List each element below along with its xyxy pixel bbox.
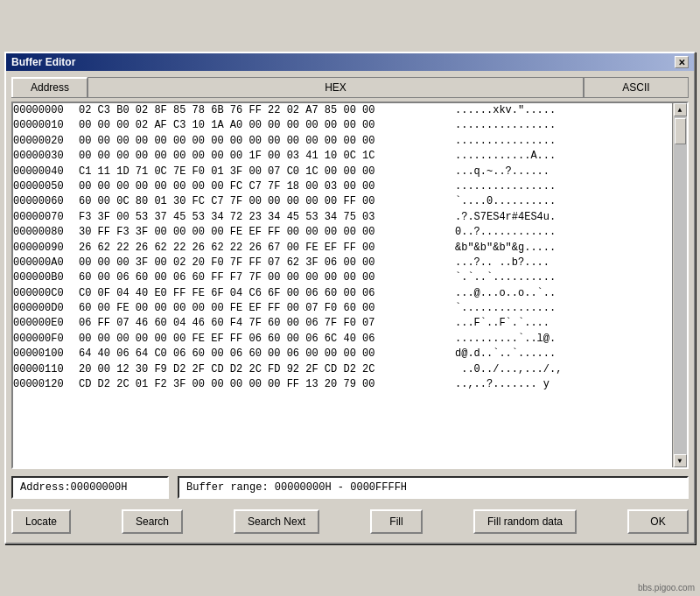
ascii-cell: `.`..`.......... xyxy=(455,270,556,285)
ascii-cell: ...F`..F`.`.... xyxy=(455,316,550,331)
table-row: 00000050 00 00 00 00 00 00 00 00 FC C7 7… xyxy=(13,179,672,194)
close-button[interactable]: ✕ xyxy=(675,56,689,68)
hex-view: 00000000 02 C3 B0 02 8F 85 78 6B 76 FF 2… xyxy=(11,102,689,469)
ascii-cell: ................ xyxy=(455,179,556,194)
title-bar: Buffer Editor ✕ xyxy=(6,53,694,71)
address-cell: 00000080 xyxy=(13,225,79,240)
scroll-thumb[interactable] xyxy=(675,118,686,144)
address-cell: 00000030 xyxy=(13,149,79,164)
ascii-cell: d@.d..`..`...... xyxy=(455,347,556,361)
tab-ascii[interactable]: ASCII xyxy=(584,77,689,97)
table-row: 000000F0 00 00 00 00 00 00 FE EF FF 06 6… xyxy=(13,332,672,347)
fill-button[interactable]: Fill xyxy=(370,509,423,534)
scroll-down-button[interactable]: ▼ xyxy=(674,454,687,467)
table-row: 000000D0 60 00 FE 00 00 00 00 00 FE EF F… xyxy=(13,301,672,316)
scroll-up-button[interactable]: ▲ xyxy=(674,103,687,116)
ascii-cell: `............... xyxy=(455,301,556,316)
ascii-cell: ..,..?....... y xyxy=(455,377,556,392)
address-cell: 000000A0 xyxy=(13,256,79,270)
table-row: 00000040 C1 11 1D 71 0C 7E F0 01 3F 00 0… xyxy=(13,165,672,179)
hex-cell: C1 11 1D 71 0C 7E F0 01 3F 00 07 C0 1C 0… xyxy=(79,165,455,179)
buffer-range-box: Buffer range: 00000000H - 0000FFFFH xyxy=(178,476,689,499)
table-row: 00000030 00 00 00 00 00 00 00 00 00 1F 0… xyxy=(13,149,672,164)
hex-cell: C0 0F 04 40 E0 FF FE 6F 04 C6 6F 00 06 6… xyxy=(79,286,455,301)
tab-address[interactable]: Address xyxy=(11,77,88,97)
fill-random-button[interactable]: Fill random data xyxy=(473,509,577,534)
address-cell: 000000B0 xyxy=(13,270,79,285)
hex-cell: 06 FF 07 46 60 04 46 60 F4 7F 60 00 06 7… xyxy=(79,316,455,331)
tab-hex[interactable]: HEX xyxy=(88,77,584,97)
address-cell: 00000110 xyxy=(13,362,79,377)
hex-cell: 00 00 00 00 00 00 00 00 00 00 00 00 00 0… xyxy=(79,134,455,149)
ascii-cell: ................ xyxy=(455,118,556,133)
locate-button[interactable]: Locate xyxy=(11,509,71,534)
ascii-cell: ...@...o..o..`.. xyxy=(455,286,556,301)
search-next-button[interactable]: Search Next xyxy=(234,509,319,534)
table-row: 000000B0 60 00 06 60 00 06 60 FF F7 7F 0… xyxy=(13,270,672,285)
table-row: 000000A0 00 00 00 3F 00 02 20 F0 7F FF 0… xyxy=(13,256,672,270)
hex-cell: 00 00 00 00 00 00 FE EF FF 06 60 00 06 6… xyxy=(79,332,455,347)
hex-cell: 00 00 00 00 00 00 00 00 FC C7 7F 18 00 0… xyxy=(79,179,455,194)
address-info-box: Address:00000000H xyxy=(11,476,169,499)
hex-cell: 60 00 06 60 00 06 60 FF F7 7F 00 00 00 0… xyxy=(79,270,455,285)
hex-cell: 00 00 00 02 AF C3 10 1A A0 00 00 00 00 0… xyxy=(79,118,455,133)
address-cell: 00000100 xyxy=(13,347,79,361)
title-bar-buttons: ✕ xyxy=(675,56,689,68)
address-cell: 00000020 xyxy=(13,134,79,149)
table-row: 00000020 00 00 00 00 00 00 00 00 00 00 0… xyxy=(13,134,672,149)
address-cell: 00000090 xyxy=(13,241,79,256)
hex-cell: 60 00 0C 80 01 30 FC C7 7F 00 00 00 00 0… xyxy=(79,194,455,209)
hex-cell: 64 40 06 64 C0 06 60 00 06 60 00 06 00 0… xyxy=(79,347,455,361)
table-row: 00000080 30 FF F3 3F 00 00 00 00 FE EF F… xyxy=(13,225,672,240)
table-row: 00000000 02 C3 B0 02 8F 85 78 6B 76 FF 2… xyxy=(13,103,672,118)
ascii-cell: ..........`..l@. xyxy=(455,332,556,347)
ascii-cell: ...q.~..?...... xyxy=(455,165,550,179)
ascii-cell: ...?.. ..b?.... xyxy=(455,256,550,270)
hex-cell: 30 FF F3 3F 00 00 00 00 FE EF FF 00 00 0… xyxy=(79,225,455,240)
scroll-track[interactable] xyxy=(674,116,687,454)
address-cell: 000000F0 xyxy=(13,332,79,347)
hex-cell: 02 C3 B0 02 8F 85 78 6B 76 FF 22 02 A7 8… xyxy=(79,103,455,118)
ascii-cell: `....0.......... xyxy=(455,194,556,209)
window-title: Buffer Editor xyxy=(11,56,75,68)
hex-cell: 00 00 00 3F 00 02 20 F0 7F FF 07 62 3F 0… xyxy=(79,256,455,270)
ascii-cell: 0..?............ xyxy=(455,225,556,240)
address-cell: 000000D0 xyxy=(13,301,79,316)
address-cell: 00000120 xyxy=(13,377,79,392)
ascii-cell: .?.S7ES4r#4ES4u. xyxy=(455,210,556,225)
address-cell: 000000E0 xyxy=(13,316,79,331)
table-row: 00000120 CD D2 2C 01 F2 3F 00 00 00 00 0… xyxy=(13,377,672,392)
table-row: 000000C0 C0 0F 04 40 E0 FF FE 6F 04 C6 6… xyxy=(13,286,672,301)
hex-cell: 60 00 FE 00 00 00 00 00 FE EF FF 00 07 F… xyxy=(79,301,455,316)
address-cell: 00000060 xyxy=(13,194,79,209)
table-row: 00000090 26 62 22 26 62 22 26 62 22 26 6… xyxy=(13,241,672,256)
tab-bar: Address HEX ASCII xyxy=(11,76,689,98)
hex-data-area: 00000000 02 C3 B0 02 8F 85 78 6B 76 FF 2… xyxy=(13,103,672,467)
ascii-cell: ............A... xyxy=(455,149,556,164)
hex-cell: 20 00 12 30 F9 D2 2F CD D2 2C FD 92 2F C… xyxy=(79,362,455,377)
address-cell: 000000C0 xyxy=(13,286,79,301)
address-cell: 00000000 xyxy=(13,103,79,118)
button-row: Locate Search Search Next Fill Fill rand… xyxy=(11,506,689,537)
table-row: 00000010 00 00 00 02 AF C3 10 1A A0 00 0… xyxy=(13,118,672,133)
table-row: 00000100 64 40 06 64 C0 06 60 00 06 60 0… xyxy=(13,347,672,361)
table-row: 00000060 60 00 0C 80 01 30 FC C7 7F 00 0… xyxy=(13,194,672,209)
ok-button[interactable]: OK xyxy=(627,509,689,534)
ascii-cell: ................ xyxy=(455,134,556,149)
table-row: 000000E0 06 FF 07 46 60 04 46 60 F4 7F 6… xyxy=(13,316,672,331)
vertical-scrollbar[interactable]: ▲ ▼ xyxy=(672,103,687,467)
hex-cell: CD D2 2C 01 F2 3F 00 00 00 00 00 FF 13 2… xyxy=(79,377,455,392)
address-cell: 00000010 xyxy=(13,118,79,133)
address-cell: 00000050 xyxy=(13,179,79,194)
address-cell: 00000040 xyxy=(13,165,79,179)
watermark: bbs.pigoo.com xyxy=(638,583,695,592)
info-row: Address:00000000H Buffer range: 00000000… xyxy=(11,476,689,499)
window-content: Address HEX ASCII 00000000 02 C3 B0 02 8… xyxy=(6,71,694,543)
address-cell: 00000070 xyxy=(13,210,79,225)
hex-cell: 00 00 00 00 00 00 00 00 00 1F 00 03 41 1… xyxy=(79,149,455,164)
hex-cell: 26 62 22 26 62 22 26 62 22 26 67 00 FE E… xyxy=(79,241,455,256)
table-row: 00000110 20 00 12 30 F9 D2 2F CD D2 2C F… xyxy=(13,362,672,377)
table-row: 00000070 F3 3F 00 53 37 45 53 34 72 23 3… xyxy=(13,210,672,225)
ascii-cell: &b"&b"&b"&g..... xyxy=(455,241,556,256)
search-button[interactable]: Search xyxy=(122,509,183,534)
